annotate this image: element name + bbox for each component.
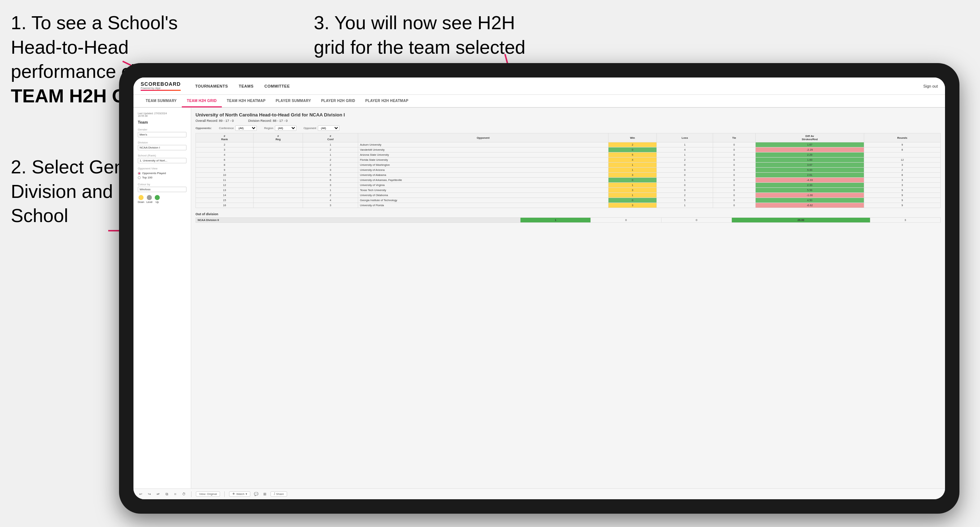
cell-rank: 13 bbox=[196, 188, 254, 193]
copy-btn[interactable]: ⧉ bbox=[164, 491, 170, 497]
table-row: 8 2 University of Washington 1 0 0 3.67 … bbox=[196, 163, 941, 168]
tablet-screen: SCOREBOARD Powered by clippi TOURNAMENTS… bbox=[134, 78, 945, 499]
cell-tie: 0 bbox=[713, 203, 755, 208]
logo-text: SCOREBOARD bbox=[141, 81, 181, 87]
cell-win: 0 bbox=[608, 148, 657, 152]
cell-opponent: University of Washington bbox=[358, 163, 608, 168]
watch-chevron: ▾ bbox=[246, 492, 247, 496]
legend-up-label: Up bbox=[156, 201, 159, 203]
cell-reg bbox=[253, 193, 302, 198]
legend-down-label: Down bbox=[138, 201, 144, 203]
nav-committee[interactable]: COMMITTEE bbox=[264, 84, 290, 88]
table-row: 12 3 University of Virginia 1 0 0 2.33 3 bbox=[196, 183, 941, 188]
cell-opponent: University of Alabama bbox=[358, 173, 608, 178]
legend-down: Down bbox=[138, 195, 144, 203]
conference-label: Conference bbox=[219, 127, 234, 130]
cell-rounds: 9 bbox=[864, 198, 940, 203]
radio-group: Opponents Played Top 100 bbox=[138, 171, 186, 179]
division-select[interactable]: NCAA Division I NCAA Division II NCAA Di… bbox=[138, 145, 186, 150]
opponent-select[interactable]: (All) bbox=[318, 125, 339, 131]
gender-select[interactable]: Men's Women's bbox=[138, 132, 186, 137]
nav-tournaments[interactable]: TOURNAMENTS bbox=[195, 84, 228, 88]
tab-team-h2h-heatmap[interactable]: TEAM H2H HEATMAP bbox=[222, 95, 270, 108]
region-select[interactable]: (All) bbox=[275, 125, 296, 131]
back-btn[interactable]: ↫ bbox=[155, 491, 161, 497]
col-diff: Diff AvStrokes/Rnd bbox=[756, 133, 864, 142]
gender-label: Gender bbox=[138, 128, 186, 131]
cell-reg bbox=[253, 203, 302, 208]
grid-records: Overall Record: 89 - 17 - 0 Division Rec… bbox=[196, 119, 941, 122]
legend-up: Up bbox=[155, 195, 160, 203]
tab-player-h2h-heatmap[interactable]: PLAYER H2H HEATMAP bbox=[360, 95, 414, 108]
cell-opponent: University of Oklahoma bbox=[358, 193, 608, 198]
table-row: 13 1 Texas Tech University 3 0 0 5.56 9 bbox=[196, 188, 941, 193]
cell-opponent: University of Arkansas, Fayetteville bbox=[358, 178, 608, 183]
region-filter: Region (All) bbox=[264, 125, 296, 131]
bottom-toolbar: ↩ ↪ ↫ ⧉ ⌗ ⏱ View: Original 👁 Watch ▾ 💬 ⊞… bbox=[134, 489, 945, 499]
cell-tie: 0 bbox=[713, 157, 755, 163]
radio-top100[interactable]: Top 100 bbox=[138, 176, 186, 179]
cell-conf: 1 bbox=[303, 152, 358, 157]
share-label: Share bbox=[276, 492, 284, 496]
cell-loss: 1 bbox=[657, 152, 713, 157]
colour-by-select[interactable]: Win/loss bbox=[138, 187, 186, 192]
cell-opponent: University of Virginia bbox=[358, 183, 608, 188]
comment-btn[interactable]: 💬 bbox=[253, 491, 259, 497]
legend-up-dot bbox=[155, 195, 160, 200]
cell-opponent: Florida State University bbox=[358, 157, 608, 163]
logo-bar bbox=[141, 90, 181, 91]
share-btn[interactable]: ⤴ Share bbox=[270, 491, 287, 497]
conference-select[interactable]: (All) bbox=[235, 125, 257, 131]
col-reg: #Reg bbox=[253, 133, 302, 142]
cell-diff: 4.50 bbox=[756, 198, 864, 203]
cell-win: 1 bbox=[608, 193, 657, 198]
sidebar-team-label: Team bbox=[138, 120, 186, 124]
radio-label-opponents: Opponents Played bbox=[142, 171, 166, 175]
cell-diff: 2.61 bbox=[756, 173, 864, 178]
school-select[interactable]: 1. University of Nort... bbox=[138, 158, 186, 163]
table-row: 9 3 University of Arizona 1 0 0 9.00 2 bbox=[196, 168, 941, 173]
table-row: 6 2 Florida State University 4 2 0 1.83 … bbox=[196, 157, 941, 163]
view-label[interactable]: View: Original bbox=[196, 491, 220, 497]
grid-btn[interactable]: ⊞ bbox=[262, 491, 267, 497]
cell-loss: 1 bbox=[657, 178, 713, 183]
sign-out-link[interactable]: Sign out bbox=[923, 84, 938, 88]
cell-rounds: 12 bbox=[864, 157, 940, 163]
out-div-loss: 0 bbox=[591, 218, 661, 223]
table-row: 15 4 Georgia Institute of Technology 0 5… bbox=[196, 198, 941, 203]
undo-btn[interactable]: ↩ bbox=[138, 491, 143, 497]
cell-win: 3 bbox=[608, 173, 657, 178]
out-div-division: NCAA Division II bbox=[196, 218, 520, 223]
cell-rank: 11 bbox=[196, 178, 254, 183]
cell-win: 3 bbox=[608, 188, 657, 193]
table-row: 16 3 University of Florida 3 1 0 -6.62 9 bbox=[196, 203, 941, 208]
sub-nav: TEAM SUMMARY TEAM H2H GRID TEAM H2H HEAT… bbox=[134, 95, 945, 108]
paste-btn[interactable]: ⌗ bbox=[172, 491, 178, 497]
cell-reg bbox=[253, 173, 302, 178]
logo-sub: Powered by clippi bbox=[141, 87, 181, 89]
cell-rounds: 8 bbox=[864, 173, 940, 178]
nav-teams[interactable]: TEAMS bbox=[239, 84, 254, 88]
cell-reg bbox=[253, 178, 302, 183]
tab-player-summary[interactable]: PLAYER SUMMARY bbox=[270, 95, 316, 108]
out-div-row: NCAA Division II 1 0 0 26.00 3 bbox=[196, 218, 941, 223]
tab-player-h2h-grid[interactable]: PLAYER H2H GRID bbox=[316, 95, 360, 108]
table-row: 2 1 Auburn University 2 1 0 1.67 9 bbox=[196, 142, 941, 148]
opponent-view-label: Opponent View bbox=[138, 167, 186, 170]
cell-rank: 9 bbox=[196, 168, 254, 173]
cell-rounds: 9 bbox=[864, 203, 940, 208]
tab-team-summary[interactable]: TEAM SUMMARY bbox=[141, 95, 182, 108]
cell-reg bbox=[253, 148, 302, 152]
table-row: 11 6 University of Arkansas, Fayettevill… bbox=[196, 178, 941, 183]
cell-diff: -4.33 bbox=[756, 178, 864, 183]
cell-reg bbox=[253, 198, 302, 203]
grid-title: University of North Carolina Head-to-Hea… bbox=[196, 112, 941, 117]
clock-btn[interactable]: ⏱ bbox=[181, 491, 187, 497]
radio-opponents-played[interactable]: Opponents Played bbox=[138, 171, 186, 175]
redo-btn[interactable]: ↪ bbox=[146, 491, 152, 497]
filter-row: Opponents: Conference (All) Region (All) bbox=[196, 125, 941, 131]
watch-btn[interactable]: 👁 Watch ▾ bbox=[229, 491, 250, 497]
tab-team-h2h-grid[interactable]: TEAM H2H GRID bbox=[182, 95, 222, 108]
cell-opponent: Vanderbilt University bbox=[358, 148, 608, 152]
timestamp-time: 16:55:38 bbox=[138, 114, 186, 117]
